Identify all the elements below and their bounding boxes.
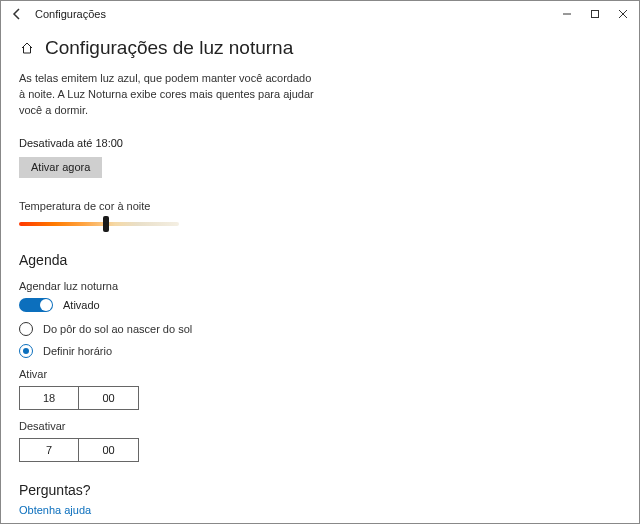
maximize-button[interactable] bbox=[581, 3, 609, 25]
radio-sunset-row[interactable]: Do pôr do sol ao nascer do sol bbox=[19, 322, 621, 336]
close-button[interactable] bbox=[609, 3, 637, 25]
status-text: Desativada até 18:00 bbox=[19, 137, 621, 149]
window-title: Configurações bbox=[35, 8, 106, 20]
help-link[interactable]: Obtenha ajuda bbox=[19, 504, 91, 516]
radio-set-hours[interactable] bbox=[19, 344, 33, 358]
minimize-button[interactable] bbox=[553, 3, 581, 25]
radio-hours-row[interactable]: Definir horário bbox=[19, 344, 621, 358]
deactivate-label: Desativar bbox=[19, 420, 621, 432]
help-heading: Perguntas? bbox=[19, 482, 621, 498]
titlebar: Configurações bbox=[1, 1, 639, 27]
page-description: As telas emitem luz azul, que podem mant… bbox=[19, 71, 319, 119]
page-header: Configurações de luz noturna bbox=[19, 37, 621, 59]
deactivate-minute[interactable]: 00 bbox=[79, 438, 139, 462]
back-button[interactable] bbox=[7, 8, 29, 20]
schedule-toggle[interactable] bbox=[19, 298, 53, 312]
schedule-toggle-state: Ativado bbox=[63, 299, 100, 311]
slider-label: Temperatura de cor à noite bbox=[19, 200, 621, 212]
activate-label: Ativar bbox=[19, 368, 621, 380]
page-title: Configurações de luz noturna bbox=[45, 37, 293, 59]
deactivate-hour[interactable]: 7 bbox=[19, 438, 79, 462]
toggle-knob bbox=[40, 299, 52, 311]
activate-minute[interactable]: 00 bbox=[79, 386, 139, 410]
home-icon[interactable] bbox=[19, 40, 35, 56]
content-area: Configurações de luz noturna As telas em… bbox=[1, 27, 639, 524]
schedule-heading: Agenda bbox=[19, 252, 621, 268]
svg-rect-1 bbox=[592, 11, 599, 18]
schedule-toggle-label: Agendar luz noturna bbox=[19, 280, 621, 292]
window-controls bbox=[553, 3, 637, 25]
radio-sunset[interactable] bbox=[19, 322, 33, 336]
radio-hours-label: Definir horário bbox=[43, 345, 112, 357]
color-temperature-slider[interactable] bbox=[19, 218, 179, 230]
radio-sunset-label: Do pôr do sol ao nascer do sol bbox=[43, 323, 192, 335]
deactivate-time-picker[interactable]: 7 00 bbox=[19, 438, 621, 462]
activate-hour[interactable]: 18 bbox=[19, 386, 79, 410]
slider-thumb[interactable] bbox=[103, 216, 109, 232]
activate-time-picker[interactable]: 18 00 bbox=[19, 386, 621, 410]
slider-track bbox=[19, 222, 179, 226]
schedule-toggle-row: Ativado bbox=[19, 298, 621, 312]
activate-now-button[interactable]: Ativar agora bbox=[19, 157, 102, 178]
